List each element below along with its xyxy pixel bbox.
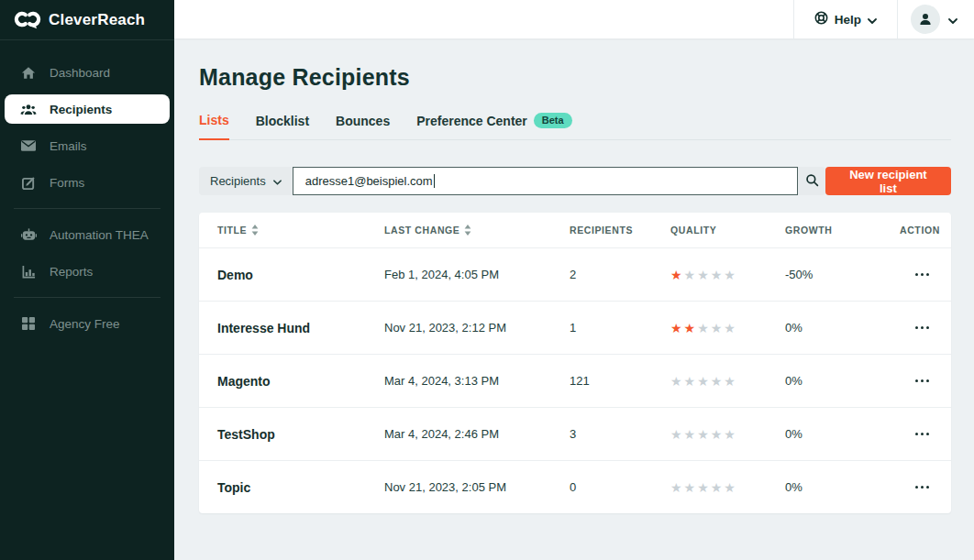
star-empty-icon: ★ <box>711 374 725 389</box>
table-row-testshop: TestShopMar 4, 2024, 2:46 PM3★★★★★0% <box>199 407 951 460</box>
life-ring-icon <box>814 11 828 27</box>
tab-preference-center[interactable]: Preference CenterBeta <box>416 113 571 139</box>
growth-value: 0% <box>785 427 900 441</box>
action-cell <box>900 321 933 335</box>
recipients-count: 0 <box>570 480 670 494</box>
star-empty-icon: ★ <box>697 321 711 335</box>
brand-logo[interactable]: CleverReach <box>0 0 174 40</box>
tab-label: Lists <box>199 113 229 127</box>
star-filled-icon: ★ <box>670 268 684 282</box>
beta-badge: Beta <box>534 113 572 128</box>
tab-bounces[interactable]: Bounces <box>336 113 390 139</box>
search-scope-label: Recipients <box>210 174 266 188</box>
tab-label: Bounces <box>336 114 390 128</box>
edit-icon <box>20 176 37 190</box>
action-cell <box>900 268 933 282</box>
list-title-link[interactable]: TestShop <box>217 427 384 442</box>
table-row-demo: DemoFeb 1, 2024, 4:05 PM2★★★★★-50% <box>199 247 951 301</box>
column-header-label: GROWTH <box>785 225 832 236</box>
sidebar-item-recipients[interactable]: Recipients <box>5 94 170 124</box>
star-rating-icons: ★★★★★ <box>670 268 737 282</box>
search-input-value: adresse1@beispiel.com <box>305 174 433 188</box>
star-empty-icon: ★ <box>684 268 698 282</box>
star-empty-icon: ★ <box>697 268 711 282</box>
column-header-action: ACTION <box>900 225 940 236</box>
column-header-label: RECIPIENTS <box>570 225 633 236</box>
column-header-title[interactable]: TITLE <box>217 225 384 236</box>
star-empty-icon: ★ <box>684 374 698 389</box>
tab-blocklist[interactable]: Blocklist <box>256 113 309 139</box>
avatar <box>911 5 940 34</box>
column-header-recipients: RECIPIENTS <box>570 225 670 236</box>
star-empty-icon: ★ <box>670 427 684 442</box>
list-title-link[interactable]: Magento <box>217 374 384 389</box>
search-input[interactable]: adresse1@beispiel.com <box>293 167 799 195</box>
list-title-link[interactable]: Interesse Hund <box>217 321 384 335</box>
topbar: Help <box>174 0 974 38</box>
page-title: Manage Recipients <box>199 64 951 91</box>
search-button[interactable] <box>798 167 825 195</box>
growth-value: 0% <box>785 374 900 388</box>
table-body: DemoFeb 1, 2024, 4:05 PM2★★★★★-50%Intere… <box>199 247 951 513</box>
chevron-down-icon <box>948 11 957 27</box>
sort-icon <box>464 225 471 236</box>
help-menu[interactable]: Help <box>794 11 897 27</box>
sidebar-divider <box>14 297 160 298</box>
new-recipient-list-button[interactable]: New recipient list <box>825 167 951 195</box>
sidebar-item-label: Automation THEA <box>50 228 149 242</box>
sidebar-item-label: Agency Free <box>50 317 120 331</box>
row-actions-menu-icon[interactable] <box>912 480 934 495</box>
last-change-value: Nov 21, 2023, 2:12 PM <box>384 321 570 335</box>
row-actions-menu-icon[interactable] <box>912 268 934 282</box>
quality-rating: ★★★★★ <box>670 374 785 389</box>
column-header-growth: GROWTH <box>785 225 900 236</box>
sidebar-item-dashboard[interactable]: Dashboard <box>0 54 174 91</box>
last-change-value: Mar 4, 2024, 2:46 PM <box>384 427 570 441</box>
bar-chart-icon <box>20 265 37 279</box>
column-header-last-change[interactable]: LAST CHANGE <box>384 225 570 236</box>
star-filled-icon: ★ <box>684 321 698 335</box>
sidebar-item-label: Emails <box>50 139 87 153</box>
sidebar-divider <box>14 208 160 209</box>
sidebar-item-forms[interactable]: Forms <box>0 164 174 201</box>
quality-rating: ★★★★★ <box>670 480 785 495</box>
tab-lists[interactable]: Lists <box>199 113 229 140</box>
star-empty-icon: ★ <box>697 427 711 442</box>
sidebar-item-reports[interactable]: Reports <box>0 253 174 290</box>
row-actions-menu-icon[interactable] <box>912 427 934 442</box>
star-empty-icon: ★ <box>724 268 737 282</box>
chevron-down-icon <box>868 13 877 27</box>
main-content: Manage Recipients ListsBlocklistBouncesP… <box>199 38 951 513</box>
star-empty-icon: ★ <box>724 427 737 442</box>
sidebar-item-automation-thea[interactable]: Automation THEA <box>0 216 174 253</box>
help-label: Help <box>835 13 861 27</box>
recipients-count: 1 <box>570 321 670 335</box>
sidebar-item-label: Forms <box>50 176 84 190</box>
star-rating-icons: ★★★★★ <box>670 427 737 442</box>
brand-name: CleverReach <box>49 11 145 29</box>
star-rating-icons: ★★★★★ <box>670 374 737 389</box>
last-change-value: Feb 1, 2024, 4:05 PM <box>384 268 570 281</box>
growth-value: 0% <box>785 480 900 494</box>
star-empty-icon: ★ <box>711 480 725 495</box>
column-header-label: QUALITY <box>670 225 716 236</box>
row-actions-menu-icon[interactable] <box>912 321 934 335</box>
search-scope-dropdown[interactable]: Recipients <box>199 167 293 195</box>
sidebar-item-agency-free[interactable]: Agency Free <box>0 305 174 342</box>
star-empty-icon: ★ <box>697 374 711 389</box>
sidebar-item-label: Dashboard <box>50 66 110 80</box>
list-title-link[interactable]: Topic <box>217 480 384 495</box>
users-icon <box>20 104 37 115</box>
last-change-value: Mar 4, 2024, 3:13 PM <box>384 374 570 388</box>
chevron-down-icon <box>273 174 282 188</box>
list-title-link[interactable]: Demo <box>217 268 384 282</box>
tabs: ListsBlocklistBouncesPreference CenterBe… <box>199 113 951 140</box>
star-empty-icon: ★ <box>684 480 698 495</box>
sidebar-item-emails[interactable]: Emails <box>0 127 174 164</box>
account-menu[interactable] <box>898 5 974 34</box>
recipients-count: 2 <box>570 268 670 281</box>
action-cell <box>900 374 933 389</box>
toolbar: Recipients adresse1@beispiel.com New rec… <box>199 167 951 195</box>
column-header-quality: QUALITY <box>670 225 785 236</box>
row-actions-menu-icon[interactable] <box>912 374 934 389</box>
